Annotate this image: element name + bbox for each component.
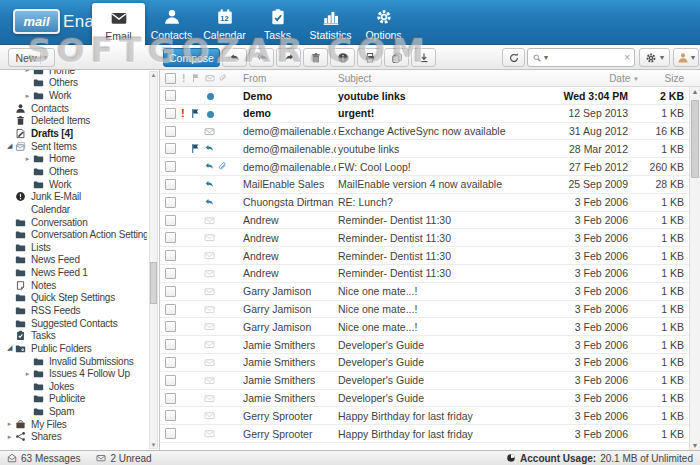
importance-column-icon[interactable]: ! [182, 73, 185, 84]
sidebar-item-publicite[interactable]: Publicite [0, 393, 147, 406]
sidebar-item-junk-e-mail[interactable]: Junk E-Mail [0, 190, 147, 203]
sidebar-item-shares[interactable]: ▸Shares [0, 431, 147, 444]
read-status-column-icon[interactable] [205, 73, 215, 85]
from-column-header[interactable]: From [243, 73, 266, 84]
row-checkbox[interactable] [165, 215, 176, 226]
reply-all-button[interactable] [249, 48, 274, 67]
sidebar-item-conversation-action-settings[interactable]: Conversation Action Settings [0, 228, 147, 241]
search-scope-chevron-icon[interactable]: ▾ [544, 54, 548, 62]
refresh-button[interactable] [502, 48, 525, 67]
tab-email[interactable]: Email [92, 3, 145, 45]
row-checkbox[interactable] [165, 108, 176, 119]
sidebar-item-tasks[interactable]: Tasks [0, 329, 147, 342]
tab-tasks[interactable]: Tasks [251, 0, 304, 45]
row-checkbox[interactable] [165, 321, 176, 332]
sidebar-item-my-files[interactable]: ▸My Files [0, 418, 147, 431]
message-list-scrollbar[interactable]: ▲ ▼ [689, 87, 700, 450]
mail-row[interactable]: AndrewReminder- Dentist 11:303 Feb 20061… [160, 247, 689, 265]
row-checkbox[interactable] [165, 268, 176, 279]
print-button[interactable] [357, 48, 382, 67]
scrollbar-thumb[interactable] [691, 100, 699, 178]
flag-column-icon[interactable] [191, 73, 201, 85]
search-input[interactable] [550, 52, 622, 63]
mail-row[interactable]: AndrewReminder- Dentist 11:303 Feb 20061… [160, 212, 689, 230]
mail-row[interactable]: AndrewReminder- Dentist 11:303 Feb 20061… [160, 265, 689, 283]
sidebar-item-issues-4-follow-up[interactable]: ▸Issues 4 Follow Up [0, 367, 147, 380]
mail-row[interactable]: Jamie SmithersDeveloper's Guide3 Feb 200… [160, 354, 689, 372]
sidebar-item-work[interactable]: Work [0, 178, 147, 191]
tree-collapsed-icon[interactable]: ▸ [22, 92, 33, 100]
sidebar-item-conversation[interactable]: Conversation [0, 216, 147, 229]
sidebar-item-jokes[interactable]: Jokes [0, 380, 147, 393]
tree-collapsed-icon[interactable]: ▸ [4, 433, 15, 441]
row-checkbox[interactable] [165, 179, 176, 190]
settings-button[interactable]: ▾ [639, 48, 670, 67]
tree-collapsed-icon[interactable]: ▸ [4, 420, 15, 428]
mail-row[interactable]: Jamie SmithersDeveloper's Guide3 Feb 200… [160, 372, 689, 390]
mail-row[interactable]: Garry JamisonNice one mate...!3 Feb 2006… [160, 301, 689, 319]
info-button[interactable] [330, 48, 355, 67]
scroll-up-arrow-icon[interactable]: ▲ [150, 72, 157, 78]
row-checkbox[interactable] [165, 143, 176, 154]
row-checkbox[interactable] [165, 375, 176, 386]
sidebar-item-home[interactable]: ▸Home [0, 70, 147, 77]
mail-row[interactable]: Demoyoutube linksWed 3:04 PM2 KB [160, 87, 689, 105]
scroll-up-arrow-icon[interactable]: ▲ [690, 88, 700, 95]
download-button[interactable] [411, 48, 436, 67]
tab-contacts[interactable]: Contacts [145, 0, 198, 45]
tree-expanded-icon[interactable]: ◢ [4, 142, 15, 150]
sidebar-item-deleted-items[interactable]: Deleted Items [0, 115, 147, 128]
mail-row[interactable]: Jamie SmithersDeveloper's Guide3 Feb 200… [160, 336, 689, 354]
row-checkbox[interactable] [165, 428, 176, 439]
mail-row[interactable]: demo@mailenable.com.auExchange ActiveSyn… [160, 123, 689, 141]
size-column-header[interactable]: Size [665, 73, 684, 84]
mail-row[interactable]: demo@mailenable.com.auFW: Cool Loop!27 F… [160, 158, 689, 176]
search-clear-icon[interactable]: × [624, 52, 630, 63]
sidebar-item-work[interactable]: ▸Work [0, 89, 147, 102]
sidebar-item-news-feed[interactable]: News Feed [0, 254, 147, 267]
copy-button[interactable] [384, 48, 409, 67]
row-checkbox[interactable] [165, 161, 176, 172]
sidebar-item-spam[interactable]: Spam [0, 405, 147, 418]
sidebar-item-invalid-submissions[interactable]: Invalid Submissions [0, 355, 147, 368]
reply-button[interactable] [222, 48, 247, 67]
sidebar-item-rss-feeds[interactable]: RSS Feeds [0, 304, 147, 317]
mail-row[interactable]: demo@mailenable.com.auyoutube links28 Ma… [160, 140, 689, 158]
account-menu-button[interactable]: ▾ [673, 48, 699, 67]
row-checkbox[interactable] [165, 304, 176, 315]
row-checkbox[interactable] [165, 250, 176, 261]
mail-row[interactable]: Garry JamisonNice one mate...!3 Feb 2006… [160, 283, 689, 301]
forward-button[interactable] [276, 48, 301, 67]
mail-row[interactable]: Garry JamisonNice one mate...!3 Feb 2006… [160, 318, 689, 336]
subject-column-header[interactable]: Subject [338, 73, 371, 84]
row-checkbox[interactable] [165, 393, 176, 404]
sidebar-item-calendar[interactable]: Calendar [0, 203, 147, 216]
select-all-checkbox[interactable] [165, 73, 176, 84]
sidebar-item-home[interactable]: ▸Home [0, 152, 147, 165]
sidebar-item-contacts[interactable]: Contacts [0, 102, 147, 115]
delete-button[interactable] [303, 48, 328, 67]
sidebar-item-others[interactable]: Others [0, 77, 147, 90]
compose-button[interactable]: Compose [163, 48, 220, 67]
mail-row[interactable]: AndrewReminder- Dentist 11:303 Feb 20061… [160, 229, 689, 247]
mail-row[interactable]: Jamie SmithersDeveloper's Guide3 Feb 200… [160, 390, 689, 408]
sidebar-item-drafts-4[interactable]: Drafts [4] [0, 127, 147, 140]
mail-row[interactable]: Gerry SprooterHappy Birthday for last fr… [160, 425, 689, 443]
sidebar-item-suggested-contacts[interactable]: Suggested Contacts [0, 317, 147, 330]
sidebar-item-sent-items[interactable]: ◢Sent Items [0, 140, 147, 153]
tree-expanded-icon[interactable]: ◢ [4, 344, 15, 352]
row-checkbox[interactable] [165, 286, 176, 297]
tree-collapsed-icon[interactable]: ▸ [22, 155, 33, 163]
new-button[interactable]: New ▾ [8, 48, 55, 67]
sidebar-item-notes[interactable]: Notes [0, 279, 147, 292]
row-checkbox[interactable] [165, 126, 176, 137]
sidebar-item-quick-step-settings[interactable]: Quick Step Settings [0, 292, 147, 305]
sidebar-item-news-feed-1[interactable]: News Feed 1 [0, 266, 147, 279]
row-checkbox[interactable] [165, 339, 176, 350]
tree-collapsed-icon[interactable]: ▸ [22, 370, 33, 378]
row-checkbox[interactable] [165, 90, 176, 101]
row-checkbox[interactable] [165, 232, 176, 243]
mail-row[interactable]: MailEnable SalesMailEnable version 4 now… [160, 176, 689, 194]
search-box[interactable]: ▾ × [527, 48, 635, 67]
tree-collapsed-icon[interactable]: ▸ [22, 70, 33, 74]
